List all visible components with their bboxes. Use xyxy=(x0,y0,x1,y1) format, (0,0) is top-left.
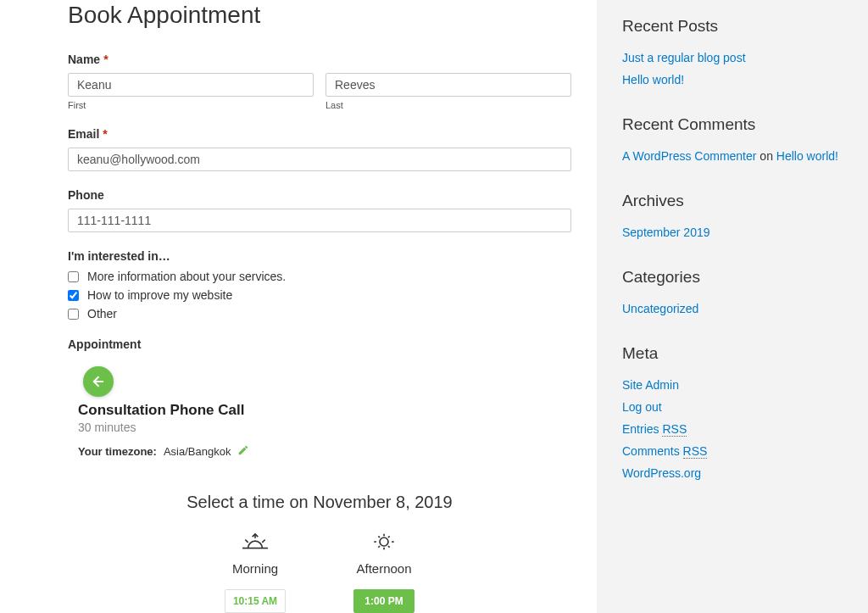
archive-link-0[interactable]: September 2019 xyxy=(622,226,710,239)
timezone-value: Asia/Bangkok xyxy=(164,445,231,458)
recent-comments-title: Recent Comments xyxy=(622,115,843,134)
morning-label: Morning xyxy=(232,561,278,576)
recent-comments-widget: Recent Comments A WordPress Commenter on… xyxy=(622,115,843,163)
svg-line-10 xyxy=(378,536,380,538)
meta-link-wordpress[interactable]: WordPress.org xyxy=(622,466,701,480)
service-duration: 30 minutes xyxy=(78,421,571,434)
arrow-left-icon xyxy=(91,374,106,389)
meta-widget: Meta Site Admin Log out Entries RSS Comm… xyxy=(622,344,843,480)
page-title: Book Appointment xyxy=(68,2,571,29)
svg-line-13 xyxy=(388,546,390,548)
svg-line-11 xyxy=(388,536,390,538)
pencil-icon xyxy=(237,444,249,456)
name-field-group: Name* First Last xyxy=(68,53,571,110)
edit-timezone-button[interactable] xyxy=(237,444,249,459)
interest-checkbox-1[interactable] xyxy=(68,290,79,301)
meta-link-entries-rss[interactable]: Entries RSS xyxy=(622,422,687,437)
interest-field-group: I'm interested in… More information abou… xyxy=(68,249,571,320)
comment-author-link[interactable]: A WordPress Commenter xyxy=(622,149,756,163)
recent-post-link-0[interactable]: Just a regular blog post xyxy=(622,51,746,64)
afternoon-group: Afternoon 1:00 PM 1:15 PM xyxy=(353,532,415,613)
interest-checkbox-0[interactable] xyxy=(68,271,79,282)
interest-option-0: More information about your services. xyxy=(87,270,286,283)
time-slot-afternoon-0[interactable]: 1:00 PM xyxy=(353,589,415,613)
last-sublabel: Last xyxy=(326,100,571,110)
select-time-title: Select a time on November 8, 2019 xyxy=(68,493,571,512)
categories-widget: Categories Uncategorized xyxy=(622,268,843,315)
timezone-label: Your timezone: xyxy=(78,445,157,458)
email-field-group: Email* xyxy=(68,127,571,171)
sun-icon xyxy=(367,532,401,551)
meta-title: Meta xyxy=(622,344,843,363)
service-title: Consultation Phone Call xyxy=(78,402,571,419)
time-slot-morning-0[interactable]: 10:15 AM xyxy=(225,589,286,613)
archives-title: Archives xyxy=(622,192,843,210)
interest-option-1: How to improve my website xyxy=(87,288,232,302)
svg-point-5 xyxy=(380,538,388,546)
comment-post-link[interactable]: Hello world! xyxy=(776,149,838,163)
first-name-input[interactable] xyxy=(68,73,314,97)
interest-option-2: Other xyxy=(87,307,117,320)
svg-line-4 xyxy=(262,540,264,543)
sunrise-icon xyxy=(238,532,272,551)
meta-link-site-admin[interactable]: Site Admin xyxy=(622,378,679,392)
archives-widget: Archives September 2019 xyxy=(622,192,843,239)
last-name-input[interactable] xyxy=(326,73,571,97)
back-button[interactable] xyxy=(83,366,114,397)
phone-label: Phone xyxy=(68,188,571,202)
svg-line-12 xyxy=(378,546,380,548)
email-input[interactable] xyxy=(68,148,571,171)
category-link-0[interactable]: Uncategorized xyxy=(622,302,698,315)
appointment-label: Appointment xyxy=(68,337,571,351)
meta-link-comments-rss[interactable]: Comments RSS xyxy=(622,444,707,459)
email-label: Email* xyxy=(68,127,571,141)
categories-title: Categories xyxy=(622,268,843,287)
svg-line-3 xyxy=(245,540,248,543)
recent-posts-title: Recent Posts xyxy=(622,17,843,36)
meta-link-logout[interactable]: Log out xyxy=(622,400,662,414)
interest-checkbox-2[interactable] xyxy=(68,309,79,320)
afternoon-label: Afternoon xyxy=(356,561,411,576)
name-label: Name* xyxy=(68,53,571,66)
phone-field-group: Phone xyxy=(68,188,571,232)
morning-group: Morning 10:15 AM 10:30 AM xyxy=(225,532,286,613)
interest-label: I'm interested in… xyxy=(68,249,571,263)
first-sublabel: First xyxy=(68,100,314,110)
phone-input[interactable] xyxy=(68,209,571,232)
recent-comment-item: A WordPress Commenter on Hello world! xyxy=(622,149,843,163)
recent-post-link-1[interactable]: Hello world! xyxy=(622,73,684,86)
recent-posts-widget: Recent Posts Just a regular blog post He… xyxy=(622,17,843,86)
